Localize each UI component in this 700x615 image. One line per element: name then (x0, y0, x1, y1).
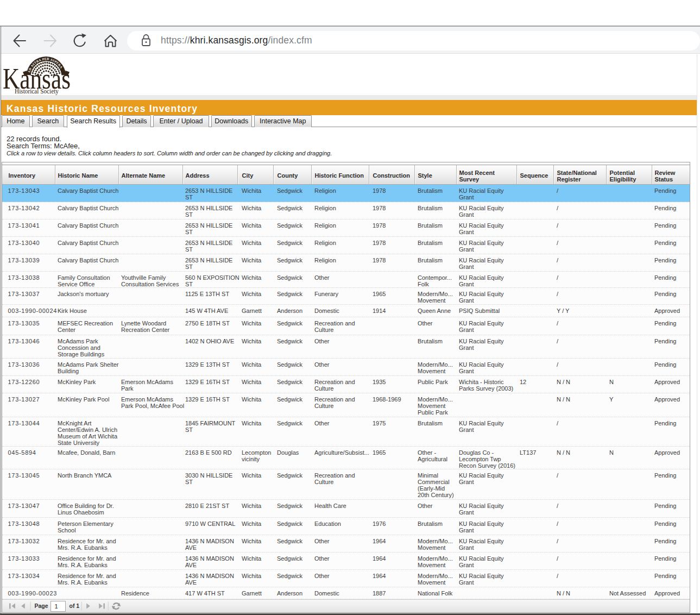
svg-text:Historical Society: Historical Society (15, 87, 59, 95)
